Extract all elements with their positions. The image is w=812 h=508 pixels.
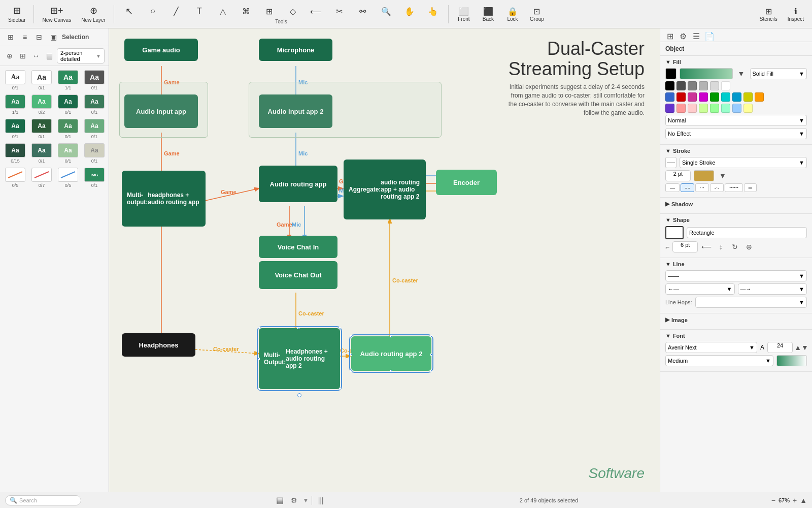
swatch-lightgray[interactable] [699,81,708,90]
node-multi-output[interactable]: Multi-output: headphones + audio routing… [122,171,206,227]
zoom-in-btn[interactable]: + [793,496,797,504]
swatch-black[interactable] [665,81,674,90]
group-button[interactable]: ⊡ Group [526,5,548,24]
swatch-lightblue[interactable] [732,104,741,113]
new-layer-button[interactable]: ⊕ New Layer [77,3,110,25]
sidebar-align-icon[interactable]: ⊕ [4,50,15,61]
stroke-color-more[interactable]: ▼ [717,170,728,181]
handle2-tr[interactable] [430,335,432,337]
sidebar-list-icon[interactable]: ≡ [19,31,30,43]
swatch-yellow[interactable] [743,92,753,102]
rp-stroke-title[interactable]: ▼ Stroke [665,148,807,154]
style-cell-19[interactable]: 0/5 [57,168,79,188]
sidebar-layer-icon[interactable]: ▤ [44,50,55,61]
node-aggregate[interactable]: Aggregate: audio routing app + audio rou… [344,160,426,219]
zoom-in-tool[interactable]: 🔍 [375,5,397,18]
sidebar-arrange-icon[interactable]: ⊞ [17,50,28,61]
sidebar-size-icon[interactable]: ↔ [30,50,42,61]
zoom-out-btn[interactable]: − [771,496,775,504]
rp-tab-doc[interactable]: 📄 [704,30,715,42]
shape-more[interactable]: ⊕ [743,241,755,252]
swatch-verylightpink[interactable] [688,104,697,113]
swatch-orange[interactable] [755,92,764,102]
new-canvas-button[interactable]: ⊞+ New Canvas [38,3,75,25]
handle-ml[interactable] [258,358,260,360]
style-cell-4[interactable]: Aa 0/1 [83,70,106,90]
swatch-lightyellowgreen[interactable] [699,104,708,113]
swatch-red[interactable] [676,92,686,102]
sidebar-settings-btn[interactable]: ⚙ [288,495,299,506]
canvas[interactable]: Game Mic Game Mic Game Game Mic Game Mic… [109,28,660,492]
swatch-lightyellow[interactable] [743,104,753,113]
line-path-select[interactable]: —— ▼ [665,270,807,281]
swatch-green[interactable] [710,92,719,102]
swatch-white[interactable] [721,81,730,90]
text-tool[interactable]: T [188,5,211,18]
handle2-ml[interactable] [350,354,352,356]
path-tool[interactable]: ⟵ [305,5,327,18]
node-microphone[interactable]: Microphone [259,39,332,61]
swatch-purple[interactable] [665,104,674,113]
shape-rotate[interactable]: ↻ [729,241,740,252]
style-cell-14[interactable]: Aa 0/1 [30,143,53,164]
handle2-tl[interactable] [350,335,352,337]
search-bar[interactable]: 🔍 Search [5,495,81,505]
stroke-width-input[interactable]: 2 pt [665,170,691,181]
swatch-lightcyan[interactable] [721,104,730,113]
node-audio-routing-app[interactable]: Audio routing app [259,166,337,202]
handle2-mr[interactable] [430,354,432,356]
zoom-chevron[interactable]: ▲ [800,496,807,504]
font-color-bar[interactable] [776,355,807,366]
style-cell-8[interactable]: Aa 0/1 [83,94,106,115]
swatch-pink[interactable] [688,92,697,102]
grid-tool[interactable]: ⊞ [258,5,281,18]
effect-select[interactable]: No Effect ▼ [665,128,807,139]
node-voice-chat-in[interactable]: Voice Chat In [259,236,337,258]
sidebar-left-btn[interactable]: ▤ [274,495,285,506]
pan-tool[interactable]: 👆 [422,5,444,18]
stencils-button[interactable]: ⊞ Stencils [756,5,782,24]
front-button[interactable]: ⬜ Front [453,5,475,24]
style-cell-1[interactable]: Aa 0/1 [4,70,26,90]
sidebar-button[interactable]: ⊞ Sidebar [4,3,29,25]
handle-tc[interactable] [297,327,299,329]
handle2-bl[interactable] [350,370,352,372]
pen-tool[interactable]: ○ [142,5,164,18]
handle-bl[interactable] [258,388,260,390]
swatch-skyblue[interactable] [732,92,741,102]
swatch-lightpink[interactable] [676,104,686,113]
swatch-cyan[interactable] [721,92,730,102]
swatch-lightgreen[interactable] [710,104,719,113]
style-cell-2[interactable]: Aa 0/1 [30,70,53,90]
stroke-type-select[interactable]: Single Stroke ▼ [680,157,807,168]
opacity-select[interactable]: Normal ▼ [665,115,807,126]
handle-tl[interactable] [258,327,260,329]
line-tool[interactable]: ╱ [165,5,187,18]
stroke-preview[interactable] [665,157,676,168]
style-cell-20[interactable]: IMG 0/1 [83,168,106,188]
node-game-audio[interactable]: Game audio [124,39,198,61]
line-end-select[interactable]: —→ ▼ [738,283,807,295]
anchor-tool[interactable]: ◇ [282,5,304,18]
stroke-style-dotted[interactable]: ··· [695,183,708,192]
rp-shape-title[interactable]: ▼ Shape [665,217,807,223]
rp-line-title[interactable]: ▼ Line [665,261,807,267]
line-hops-select[interactable]: ▼ [695,297,807,308]
style-cell-17[interactable]: 0/5 [4,168,26,188]
stroke-style-double[interactable]: ═ [744,183,757,192]
handle-tr[interactable] [339,327,341,329]
shape-flip-v[interactable]: ↕ [715,241,726,252]
handle2-bc[interactable] [390,370,392,372]
swatch-darkgray[interactable] [676,81,686,90]
rp-fill-title[interactable]: ▼ Fill [665,59,807,65]
style-cell-10[interactable]: Aa 0/1 [30,119,53,139]
font-weight-select[interactable]: Medium ▼ [665,355,773,366]
handle2-tc[interactable] [390,335,392,337]
select-tool[interactable]: ↖ [118,4,141,19]
swatch-magenta[interactable] [699,92,708,102]
style-cell-3[interactable]: Aa 1/1 [57,70,79,90]
rp-tab-layout[interactable]: ⊞ [664,30,675,42]
rp-image-title[interactable]: ▶ Image [665,316,807,323]
scissors-tool[interactable]: ✂ [328,5,351,18]
connect-tool[interactable]: ⚯ [352,5,374,18]
